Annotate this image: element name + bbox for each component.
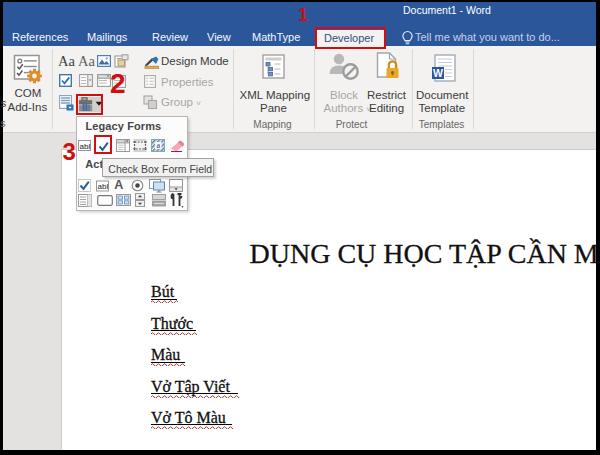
- svg-text:abl: abl: [98, 182, 109, 191]
- svg-text:abl: abl: [80, 142, 91, 151]
- svg-text:W: W: [433, 67, 443, 79]
- svg-text:a: a: [156, 141, 160, 150]
